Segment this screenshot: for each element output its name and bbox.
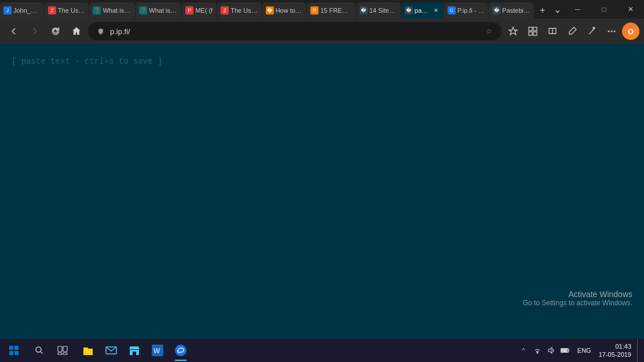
- address-text: p.ip.fi/: [110, 27, 480, 36]
- tab-theuseofz1[interactable]: ZThe Use o: [45, 2, 89, 19]
- tab-theuseof2-favicon: Z: [221, 6, 229, 14]
- tab-pastet-favicon: �: [405, 6, 413, 14]
- tray-network-icon[interactable]: [532, 345, 543, 356]
- editor-area[interactable]: [ paste text - ctrl+s to save ]: [0, 44, 644, 339]
- browser-window: JJohn_HedZThe Use o❓What is Pa❓What is P…: [0, 0, 644, 339]
- svg-point-11: [36, 347, 41, 352]
- maximize-button[interactable]: □: [591, 0, 617, 19]
- navigation-bar: p.ip.fi/ ☆ O: [0, 19, 644, 44]
- svg-rect-12: [58, 346, 62, 352]
- address-icons: ☆: [483, 25, 495, 37]
- tab-howtous[interactable]: �How to Us: [262, 2, 307, 19]
- tray-battery-icon[interactable]: [559, 345, 571, 356]
- clock-time: 01:43: [615, 342, 631, 350]
- tab-whatispa2-label: What is Pa: [149, 7, 178, 14]
- tab-15free[interactable]: R15 FREE P:: [307, 2, 356, 19]
- notes-button[interactable]: [563, 22, 581, 41]
- editor-placeholder: [ paste text - ctrl+s to save ]: [12, 56, 162, 68]
- tab-15free-label: 15 FREE P:: [320, 7, 352, 14]
- tab-pipfi[interactable]: GP.ip.fi - Go: [444, 2, 488, 19]
- profile-button[interactable]: O: [622, 23, 639, 40]
- tab-pastebin-favicon: �: [492, 6, 500, 14]
- task-view-button[interactable]: [51, 339, 74, 362]
- tab-howtous-favicon: �: [266, 6, 274, 14]
- svg-point-21: [175, 345, 186, 356]
- tab-theuseof2-label: The Use o: [230, 7, 258, 14]
- taskbar-mail[interactable]: [100, 339, 123, 362]
- tray-show-hidden[interactable]: ^: [518, 345, 529, 356]
- read-mode-button[interactable]: [543, 22, 562, 41]
- share-button[interactable]: [583, 22, 601, 41]
- svg-rect-8: [14, 346, 19, 350]
- tab-whatisf1[interactable]: ❓What is Pa: [89, 2, 135, 19]
- address-bar[interactable]: p.ip.fi/ ☆: [88, 22, 502, 41]
- taskbar: W ^ ENG 01:43 17-05-2019: [0, 339, 644, 362]
- svg-point-5: [611, 31, 613, 32]
- tab-pastet-close[interactable]: ✕: [432, 6, 440, 14]
- svg-rect-18: [133, 352, 136, 355]
- tab-theuseof2[interactable]: ZThe Use o: [217, 2, 262, 19]
- svg-rect-14: [58, 353, 62, 354]
- tab-pastet-label: pastet: [415, 7, 430, 14]
- search-button[interactable]: [28, 339, 51, 362]
- tab-theuseofz1-favicon: Z: [48, 6, 56, 14]
- clock-date: 17-05-2019: [599, 350, 631, 359]
- tab-list-button[interactable]: ⌄: [550, 1, 564, 17]
- clock[interactable]: 01:43 17-05-2019: [594, 339, 636, 362]
- tab-pastet[interactable]: �pastet✕: [401, 2, 444, 19]
- tab-mef-favicon: P: [185, 6, 193, 14]
- tab-whatispa2[interactable]: ❓What is Pa: [136, 2, 181, 19]
- add-tab-button[interactable]: +: [535, 2, 550, 19]
- tab-strip: JJohn_HedZThe Use o❓What is Pa❓What is P…: [0, 0, 550, 19]
- taskbar-pinned-apps: W: [76, 339, 192, 362]
- tab-john-label: John_Hed: [13, 7, 41, 14]
- svg-rect-7: [9, 346, 13, 350]
- taskbar-file-explorer[interactable]: [76, 339, 100, 362]
- tab-whatisf1-favicon: ❓: [93, 6, 101, 14]
- show-desktop-button[interactable]: [637, 339, 642, 362]
- refresh-button[interactable]: [46, 22, 65, 41]
- svg-point-6: [614, 31, 616, 32]
- favorites-star-icon[interactable]: ☆: [483, 25, 495, 37]
- svg-rect-15: [63, 353, 67, 354]
- system-tray: ^: [514, 339, 575, 362]
- collections-button[interactable]: [524, 22, 542, 41]
- page-content: [ paste text - ctrl+s to save ] Activate…: [0, 44, 644, 339]
- back-button[interactable]: [5, 22, 23, 41]
- forward-button[interactable]: [25, 22, 44, 41]
- tab-pipfi-favicon: G: [448, 6, 456, 14]
- svg-rect-9: [9, 351, 13, 355]
- tray-volume-icon[interactable]: [546, 345, 557, 356]
- svg-point-4: [608, 31, 610, 32]
- taskbar-right: ^ ENG 01:43 17-05-2019: [514, 339, 644, 362]
- tab-whatisf1-label: What is Pa: [103, 7, 131, 14]
- svg-rect-1: [533, 27, 537, 31]
- svg-point-22: [537, 352, 538, 353]
- favorites-button[interactable]: [504, 22, 522, 41]
- minimize-button[interactable]: ─: [564, 0, 591, 19]
- security-icon: [95, 25, 107, 37]
- taskbar-store[interactable]: [123, 339, 146, 362]
- tab-john[interactable]: JJohn_Hed: [0, 2, 44, 19]
- tab-theuseofz1-label: The Use o: [58, 7, 86, 14]
- start-button[interactable]: [0, 339, 28, 362]
- svg-rect-3: [533, 32, 537, 35]
- tab-howtous-label: How to Us: [276, 7, 303, 14]
- tab-pastebin[interactable]: �Pastebin A: [489, 2, 534, 19]
- tab-pipfi-label: P.ip.fi - Go: [458, 7, 485, 14]
- language-indicator[interactable]: ENG: [576, 345, 593, 356]
- svg-rect-16: [83, 349, 93, 354]
- taskbar-word[interactable]: W: [146, 339, 169, 362]
- more-button[interactable]: [602, 22, 621, 41]
- tab-14sites[interactable]: �14 Sites Li: [356, 2, 401, 19]
- svg-rect-13: [63, 346, 67, 352]
- titlebar: JJohn_HedZThe Use o❓What is Pa❓What is P…: [0, 0, 644, 19]
- close-button[interactable]: ✕: [617, 0, 644, 19]
- svg-rect-2: [529, 32, 532, 35]
- svg-rect-10: [14, 351, 19, 355]
- home-button[interactable]: [67, 22, 86, 41]
- tab-mef[interactable]: PME( (f: [182, 2, 217, 19]
- taskbar-edge[interactable]: [169, 339, 192, 362]
- tab-15free-favicon: R: [310, 6, 319, 14]
- tab-mef-label: ME( (f: [195, 7, 213, 14]
